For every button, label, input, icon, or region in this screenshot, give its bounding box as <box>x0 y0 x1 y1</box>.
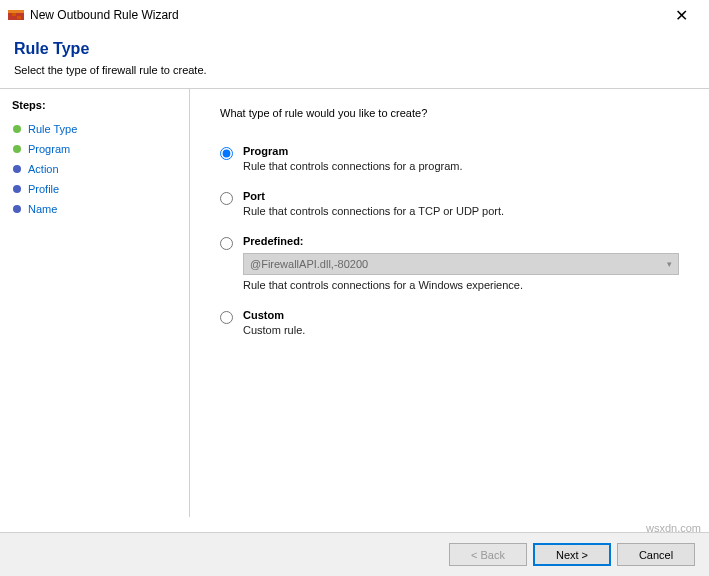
radio-program-title: Program <box>243 145 679 157</box>
predefined-selected-value: @FirewallAPI.dll,-80200 <box>250 258 368 270</box>
radio-option-custom[interactable]: Custom Custom rule. <box>220 309 679 336</box>
step-label: Profile <box>28 183 59 195</box>
radio-predefined[interactable] <box>220 237 233 250</box>
page-subtitle: Select the type of firewall rule to crea… <box>14 64 695 76</box>
rule-type-radio-group: Program Rule that controls connections f… <box>220 145 679 336</box>
svg-point-8 <box>13 205 21 213</box>
radio-custom-title: Custom <box>243 309 679 321</box>
radio-program-desc: Rule that controls connections for a pro… <box>243 160 679 172</box>
step-label: Rule Type <box>28 123 77 135</box>
svg-rect-2 <box>12 13 16 16</box>
svg-point-5 <box>13 145 21 153</box>
radio-custom[interactable] <box>220 311 233 324</box>
radio-option-port[interactable]: Port Rule that controls connections for … <box>220 190 679 217</box>
radio-port-title: Port <box>243 190 679 202</box>
step-label: Program <box>28 143 70 155</box>
bullet-icon <box>12 204 22 214</box>
svg-point-6 <box>13 165 21 173</box>
svg-rect-3 <box>17 16 21 19</box>
main-panel: What type of rule would you like to crea… <box>190 89 709 517</box>
radio-predefined-desc: Rule that controls connections for a Win… <box>243 279 679 291</box>
step-profile[interactable]: Profile <box>8 179 189 199</box>
step-rule-type[interactable]: Rule Type <box>8 119 189 139</box>
radio-custom-desc: Custom rule. <box>243 324 679 336</box>
next-button[interactable]: Next > <box>533 543 611 566</box>
radio-predefined-title: Predefined: <box>243 235 679 247</box>
bullet-icon <box>12 144 22 154</box>
cancel-button[interactable]: Cancel <box>617 543 695 566</box>
bullet-icon <box>12 164 22 174</box>
step-name[interactable]: Name <box>8 199 189 219</box>
radio-port-desc: Rule that controls connections for a TCP… <box>243 205 679 217</box>
wizard-header: Rule Type Select the type of firewall ru… <box>0 30 709 88</box>
bullet-icon <box>12 124 22 134</box>
wizard-footer: < Back Next > Cancel <box>0 532 709 576</box>
window-title: New Outbound Rule Wizard <box>30 8 661 22</box>
bullet-icon <box>12 184 22 194</box>
radio-program[interactable] <box>220 147 233 160</box>
radio-option-program[interactable]: Program Rule that controls connections f… <box>220 145 679 172</box>
rule-type-question: What type of rule would you like to crea… <box>220 107 679 119</box>
svg-rect-1 <box>8 10 24 13</box>
close-button[interactable]: ✕ <box>661 6 701 25</box>
step-action[interactable]: Action <box>8 159 189 179</box>
predefined-select: @FirewallAPI.dll,-80200 ▾ <box>243 253 679 275</box>
step-label: Name <box>28 203 57 215</box>
steps-sidebar: Steps: Rule Type Program Action Profile … <box>0 89 190 517</box>
radio-option-predefined[interactable]: Predefined: @FirewallAPI.dll,-80200 ▾ Ru… <box>220 235 679 291</box>
radio-port[interactable] <box>220 192 233 205</box>
chevron-down-icon: ▾ <box>667 259 672 269</box>
step-program[interactable]: Program <box>8 139 189 159</box>
step-label: Action <box>28 163 59 175</box>
svg-point-4 <box>13 125 21 133</box>
back-button: < Back <box>449 543 527 566</box>
page-title: Rule Type <box>14 40 695 58</box>
svg-point-7 <box>13 185 21 193</box>
titlebar: New Outbound Rule Wizard ✕ <box>0 0 709 30</box>
firewall-icon <box>8 7 24 23</box>
steps-heading: Steps: <box>8 99 189 111</box>
